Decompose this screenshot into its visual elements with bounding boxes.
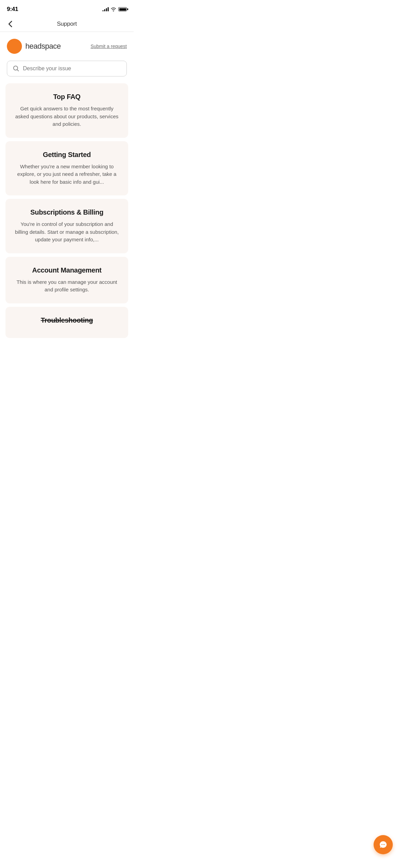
search-container xyxy=(0,59,134,83)
header: headspace Submit a request xyxy=(0,32,134,59)
headspace-logo xyxy=(7,39,22,54)
faq-card-getting-started[interactable]: Getting Started Whether you're a new mem… xyxy=(5,141,128,196)
signal-icon xyxy=(102,7,109,11)
nav-bar: Support xyxy=(0,16,134,32)
card-description-getting-started: Whether you're a new member looking to e… xyxy=(14,163,120,186)
faq-card-subscriptions-billing[interactable]: Subscriptions & Billing You're in contro… xyxy=(5,199,128,253)
card-description-top-faq: Get quick answers to the most frequently… xyxy=(14,105,120,128)
card-title-account-management: Account Management xyxy=(14,266,120,274)
status-icons xyxy=(102,7,127,11)
wifi-icon xyxy=(111,7,116,11)
card-description-account-management: This is where you can manage your accoun… xyxy=(14,278,120,294)
submit-request-button[interactable]: Submit a request xyxy=(90,44,127,49)
card-title-subscriptions-billing: Subscriptions & Billing xyxy=(14,208,120,216)
card-title-troubleshooting: Troubleshooting xyxy=(14,316,120,324)
status-time: 9:41 xyxy=(7,6,18,13)
search-box xyxy=(7,61,127,76)
nav-title: Support xyxy=(57,21,77,27)
status-bar: 9:41 xyxy=(0,0,134,16)
battery-icon xyxy=(118,7,127,11)
search-icon xyxy=(13,65,20,72)
faq-card-top-faq[interactable]: Top FAQ Get quick answers to the most fr… xyxy=(5,83,128,138)
logo-section: headspace xyxy=(7,39,61,54)
search-input[interactable] xyxy=(23,65,121,72)
faq-card-troubleshooting[interactable]: Troubleshooting xyxy=(5,307,128,338)
cards-container: Top FAQ Get quick answers to the most fr… xyxy=(0,83,134,338)
faq-card-account-management[interactable]: Account Management This is where you can… xyxy=(5,257,128,303)
back-button[interactable] xyxy=(7,19,14,29)
card-description-subscriptions-billing: You're in control of your subscription a… xyxy=(14,220,120,244)
brand-name: headspace xyxy=(25,42,61,51)
card-title-top-faq: Top FAQ xyxy=(14,93,120,101)
card-title-getting-started: Getting Started xyxy=(14,151,120,159)
